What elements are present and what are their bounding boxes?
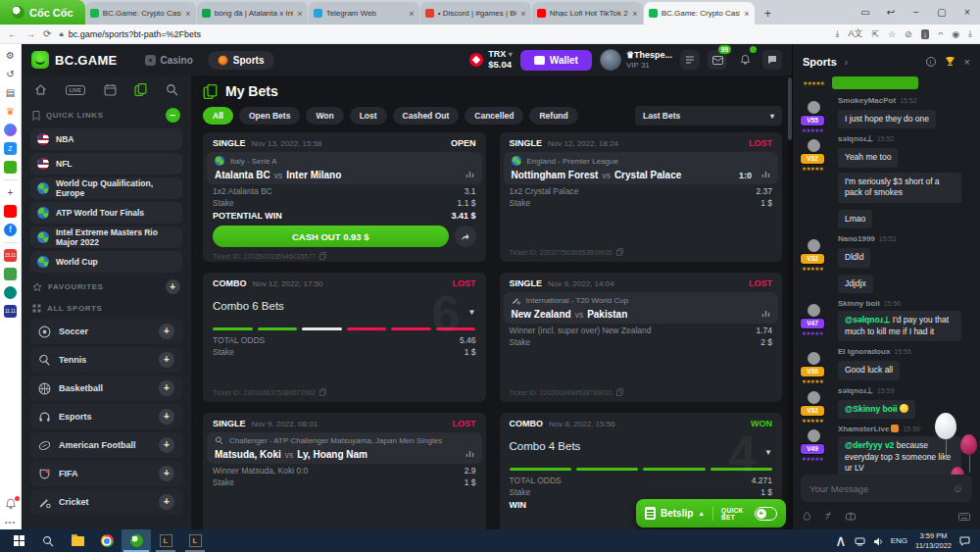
close-chat-icon[interactable]: × — [964, 56, 970, 68]
chat-username[interactable]: XhamsterLive — [838, 425, 889, 433]
wallet-button[interactable]: Wallet — [520, 50, 592, 71]
facebook-icon[interactable]: f — [4, 224, 17, 236]
feed-icon[interactable]: ▤ — [4, 86, 17, 99]
sport-soccer[interactable]: Soccer+ — [30, 319, 182, 344]
shop-icon[interactable] — [4, 268, 17, 280]
sort-select[interactable]: Last Bets ▾ — [635, 106, 782, 125]
quick-link-nfl[interactable]: NFL — [30, 153, 182, 175]
sport-tennis[interactable]: Tennis+ — [30, 347, 182, 373]
sidebar-bell-icon[interactable] — [5, 498, 17, 510]
settings-gear-icon[interactable]: ⚙ — [4, 49, 17, 62]
browser-tab[interactable]: • Discord | #games | BC G × — [420, 2, 531, 25]
browser-tab[interactable]: bóng đá | Atalanta x Interna × — [197, 2, 308, 25]
search-icon[interactable] — [166, 83, 178, 96]
info-icon[interactable]: i — [926, 57, 936, 67]
tray-expand-icon[interactable]: ∧ — [835, 531, 847, 550]
more-icon[interactable]: ••• — [5, 518, 16, 527]
league-of-legends-icon[interactable]: L — [151, 529, 180, 552]
taskbar-search[interactable] — [33, 529, 63, 552]
filter-refund[interactable]: Refund — [529, 107, 577, 125]
start-button[interactable] — [4, 529, 33, 552]
chat-username[interactable]: Skinny boii — [838, 299, 880, 308]
stats-icon[interactable] — [761, 170, 770, 180]
youtube-icon[interactable] — [4, 205, 17, 218]
expand-sport-button[interactable]: + — [159, 324, 174, 339]
expand-sport-button[interactable]: + — [159, 494, 174, 510]
network-icon[interactable] — [855, 532, 865, 550]
copy-icon[interactable] — [319, 388, 326, 397]
browser-tab[interactable]: Telegram Web × — [309, 2, 419, 25]
minimize-button[interactable]: − — [904, 7, 929, 18]
expand-sport-button[interactable]: + — [159, 466, 174, 481]
close-button[interactable]: × — [955, 7, 980, 18]
coupon-icon[interactable] — [846, 507, 856, 525]
back-icon[interactable]: ← — [8, 28, 18, 39]
adblock-icon[interactable]: ⊘ — [905, 29, 912, 39]
maximize-button[interactable]: ▢ — [929, 7, 955, 18]
sport-fifa[interactable]: FIFA+ — [30, 461, 182, 486]
live-icon[interactable]: LIVE — [66, 85, 85, 95]
nav-casino[interactable]: Casino — [135, 51, 203, 70]
hot-crown-icon[interactable]: ♛ — [4, 105, 17, 118]
sport-american-football[interactable]: American Football+ — [30, 432, 182, 458]
expand-combo-icon[interactable]: ▼ — [468, 308, 476, 317]
sale-15-11-icon[interactable]: 15.11 — [4, 249, 17, 262]
games-icon[interactable] — [4, 161, 17, 174]
mail-button[interactable]: 99 — [708, 50, 727, 70]
user-profile[interactable]: ♛Thespe... VIP 31 — [600, 49, 672, 71]
expand-combo-icon[interactable]: ▼ — [764, 448, 772, 457]
new-tab-button[interactable]: + — [760, 5, 777, 23]
quick-link-world-cup[interactable]: World Cup — [30, 251, 182, 273]
chat-username[interactable]: Nano1999 — [838, 234, 875, 243]
match-teams[interactable]: New ZealandvsPakistan — [512, 309, 771, 320]
collapse-quick-links-button[interactable]: − — [166, 108, 180, 123]
chrome-icon[interactable] — [92, 529, 122, 552]
match-teams[interactable]: Matsuda, KokivsLy, Hoang Nam — [215, 449, 474, 460]
quick-link-wcq-europe[interactable]: World Cup Qualification, Europe — [30, 177, 182, 199]
keyboard-icon[interactable] — [958, 507, 970, 525]
notification-bell-icon[interactable]: ᴖ — [938, 29, 943, 39]
tab-close-icon[interactable]: × — [744, 9, 749, 19]
emoji-picker-icon[interactable]: ☺ — [953, 482, 963, 494]
history-icon[interactable]: ↺ — [4, 68, 17, 80]
stats-icon[interactable] — [466, 170, 474, 180]
chat-channel[interactable]: Sports — [803, 56, 837, 68]
tab-close-icon[interactable]: × — [409, 9, 414, 19]
chat-toggle-button[interactable] — [762, 50, 782, 70]
chevron-right-icon[interactable]: › — [845, 57, 848, 68]
schedule-icon[interactable] — [104, 83, 117, 96]
match-teams[interactable]: Atalanta BCvsInter Milano — [215, 170, 474, 180]
balance-selector[interactable]: TRX ▾ $5.04 — [469, 50, 513, 70]
expand-sport-button[interactable]: + — [159, 380, 174, 396]
mention[interactable]: @sǝlqnoɹ⊥ — [845, 315, 890, 325]
rules-icon[interactable] — [824, 507, 833, 525]
url-field[interactable]: 🔒︎ bc.game/sports?bt-path=%2Fbets — [59, 29, 827, 39]
copy-icon[interactable] — [616, 248, 623, 257]
zalo-icon[interactable]: Z — [4, 142, 17, 155]
filter-cashed-out[interactable]: Cashed Out — [393, 107, 460, 125]
league-of-legends-icon[interactable]: L — [180, 529, 210, 552]
stats-icon[interactable] — [761, 309, 770, 320]
coccoc-taskbar-icon[interactable] — [122, 529, 151, 552]
volume-icon[interactable] — [873, 532, 883, 550]
bet-list-button[interactable] — [680, 50, 700, 70]
add-shortcut-icon[interactable]: + — [4, 186, 17, 199]
badminton-icon[interactable] — [4, 286, 17, 299]
quick-bet-toggle[interactable]: + — [755, 507, 777, 521]
taskbar-clock[interactable]: 3:59 PM 11/13/2022 — [915, 531, 952, 550]
save-page-icon[interactable]: ⤓ — [835, 28, 839, 39]
expand-sport-button[interactable]: + — [159, 352, 174, 368]
action-center-icon[interactable] — [959, 532, 970, 550]
share-icon[interactable]: ⇱ — [871, 29, 879, 39]
chat-username[interactable]: sǝlqnoɹ⊥ — [838, 134, 873, 143]
expand-sport-button[interactable]: + — [159, 409, 174, 425]
profile-icon[interactable]: ◉ — [952, 29, 959, 39]
reader-mode-icon[interactable]: ▭ — [853, 7, 878, 18]
cash-out-button[interactable]: CASH OUT 0.93 $ — [213, 226, 449, 247]
sale-11-11-icon[interactable]: 11.11 — [4, 305, 17, 318]
filter-open-bets[interactable]: Open Bets — [239, 107, 301, 125]
browser-brand-button[interactable]: Cốc Cốc — [0, 0, 85, 25]
language-indicator[interactable]: ENG — [891, 536, 907, 545]
add-favourite-button[interactable]: + — [166, 279, 180, 294]
mention[interactable]: @derfyyy v2 — [845, 440, 894, 450]
